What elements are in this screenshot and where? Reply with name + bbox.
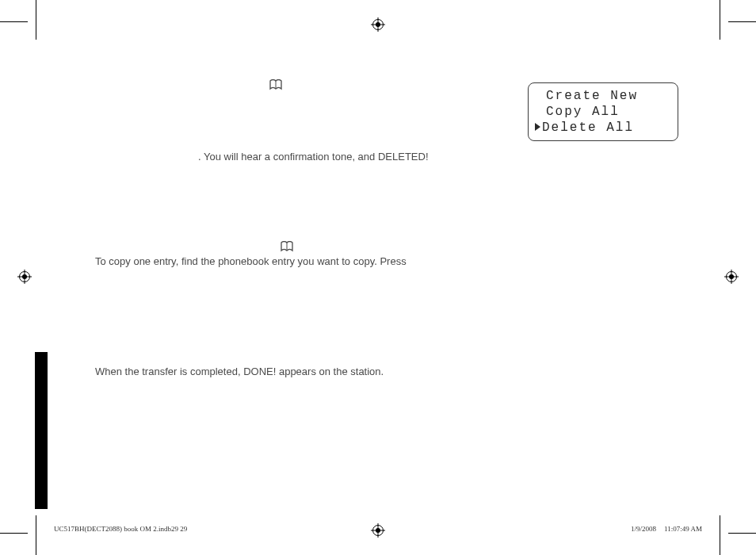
crop-mark <box>0 21 28 22</box>
lcd-menu: Create New Copy All Delete All <box>528 82 678 141</box>
body-text: When the transfer is completed, DONE! ap… <box>95 364 475 380</box>
crop-mark <box>0 533 28 534</box>
footer-time: 11:07:49 AM <box>664 525 702 533</box>
body-text: . You will hear a confirmation tone, and… <box>95 149 475 165</box>
page: { "body": { "para1_suffix": ". You will … <box>0 0 756 555</box>
crop-mark <box>728 21 756 22</box>
footer-filename: UC517BH(DECT2088) book OM 2.indb29 29 <box>54 525 187 533</box>
crop-mark <box>36 0 36 40</box>
document-body: . You will hear a confirmation tone, and… <box>95 79 475 380</box>
lcd-menu-item-selected: Delete All <box>535 120 671 136</box>
side-tab <box>35 352 48 509</box>
body-text: To copy one entry, find the phonebook en… <box>95 254 475 270</box>
crop-mark <box>720 0 720 40</box>
crop-mark <box>728 533 756 534</box>
registration-mark-icon <box>724 270 739 284</box>
footer: UC517BH(DECT2088) book OM 2.indb29 29 1/… <box>54 525 702 533</box>
lcd-menu-item: Create New <box>535 88 671 104</box>
registration-mark-icon <box>17 270 32 284</box>
phonebook-icon <box>269 79 282 90</box>
registration-mark-icon <box>371 17 385 32</box>
crop-mark <box>720 515 720 555</box>
phonebook-icon <box>281 241 293 252</box>
crop-mark <box>36 515 36 555</box>
lcd-menu-item: Copy All <box>535 104 671 120</box>
footer-date: 1/9/2008 <box>631 525 656 533</box>
